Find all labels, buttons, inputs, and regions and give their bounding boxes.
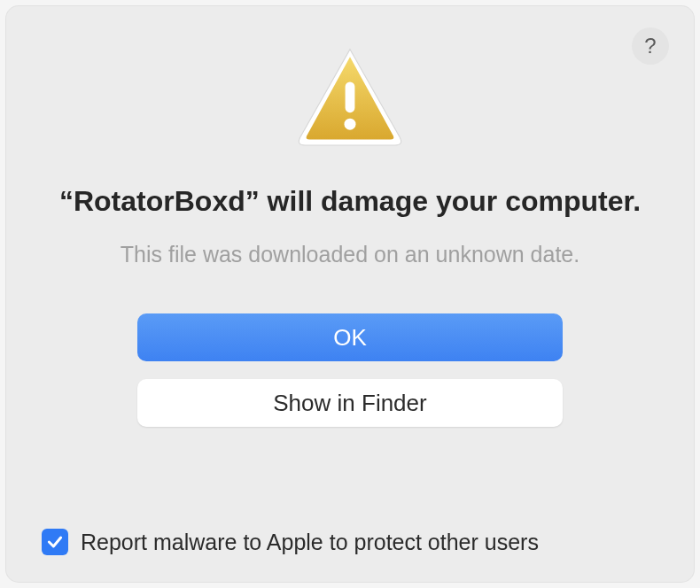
warning-icon — [292, 42, 408, 157]
svg-rect-0 — [346, 82, 355, 113]
ok-button[interactable]: OK — [137, 313, 563, 361]
checkmark-icon — [46, 533, 64, 551]
report-malware-checkbox[interactable] — [42, 529, 68, 555]
report-malware-row: Report malware to Apple to protect other… — [42, 529, 539, 555]
show-in-finder-button[interactable]: Show in Finder — [137, 379, 563, 427]
help-icon: ? — [644, 34, 656, 58]
button-group: OK Show in Finder — [137, 313, 563, 427]
help-button[interactable]: ? — [632, 27, 669, 65]
alert-title: “RotatorBoxd” will damage your computer. — [59, 183, 641, 219]
alert-subtitle: This file was downloaded on an unknown d… — [121, 242, 579, 267]
report-malware-label[interactable]: Report malware to Apple to protect other… — [81, 530, 539, 555]
svg-point-1 — [345, 119, 356, 130]
alert-dialog: ? “RotatorBoxd” will damage your compute… — [6, 6, 694, 582]
